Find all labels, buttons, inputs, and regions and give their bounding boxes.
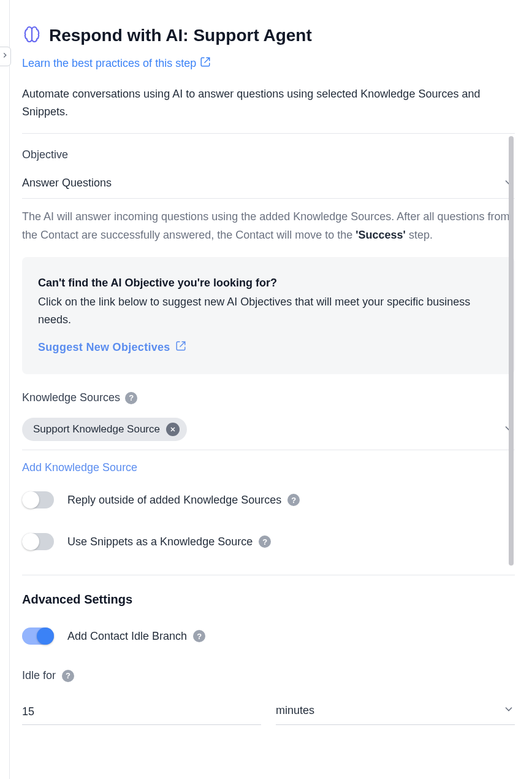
idle-for-label: Idle for bbox=[22, 669, 56, 682]
external-link-icon bbox=[175, 340, 186, 355]
chevron-down-icon bbox=[503, 703, 515, 718]
toggle-label-text: Use Snippets as a Knowledge Source bbox=[67, 535, 253, 548]
idle-unit-value: minutes bbox=[276, 704, 314, 717]
knowledge-sources-field[interactable]: Support Knowledge Source bbox=[22, 412, 515, 450]
knowledge-sources-label: Knowledge Sources ? bbox=[22, 391, 515, 404]
objective-section: Objective Answer Questions The AI will a… bbox=[22, 134, 515, 726]
suggest-box-text: Click on the link below to suggest new A… bbox=[38, 293, 499, 329]
use-snippets-toggle-row: Use Snippets as a Knowledge Source ? bbox=[22, 533, 515, 550]
objective-value: Answer Questions bbox=[22, 177, 112, 190]
chevron-right-icon bbox=[1, 51, 9, 62]
divider bbox=[22, 575, 515, 575]
header-row: Respond with AI: Support Agent bbox=[22, 25, 515, 47]
panel-description: Automate conversations using AI to answe… bbox=[22, 85, 515, 121]
idle-duration-input[interactable] bbox=[22, 699, 261, 725]
chip-label: Support Knowledge Source bbox=[33, 423, 160, 436]
helper-suffix: step. bbox=[406, 229, 433, 241]
learn-best-practices-link[interactable]: Learn the best practices of this step bbox=[22, 56, 211, 71]
help-icon[interactable]: ? bbox=[287, 494, 300, 506]
page-title: Respond with AI: Support Agent bbox=[49, 26, 312, 45]
toggle-knob bbox=[37, 627, 54, 645]
brain-icon bbox=[22, 25, 42, 47]
learn-link-text: Learn the best practices of this step bbox=[22, 57, 196, 70]
help-icon[interactable]: ? bbox=[259, 535, 271, 548]
help-icon[interactable]: ? bbox=[193, 630, 205, 642]
expand-panel-button[interactable] bbox=[0, 47, 11, 66]
helper-prefix: The AI will answer incoming questions us… bbox=[22, 210, 509, 242]
scrollbar-thumb[interactable] bbox=[509, 136, 514, 566]
reply-outside-label: Reply outside of added Knowledge Sources… bbox=[67, 494, 300, 507]
config-panel: Respond with AI: Support Agent Learn the… bbox=[10, 0, 532, 779]
objective-label: Objective bbox=[22, 148, 515, 161]
reply-outside-toggle[interactable] bbox=[22, 491, 54, 508]
suggest-objectives-box: Can't find the AI Objective you're looki… bbox=[22, 257, 515, 374]
suggest-new-objectives-link[interactable]: Suggest New Objectives bbox=[38, 340, 186, 355]
toggle-knob bbox=[22, 491, 39, 508]
idle-branch-toggle-row: Add Contact Idle Branch ? bbox=[22, 627, 515, 645]
idle-branch-toggle[interactable] bbox=[22, 627, 54, 645]
reply-outside-toggle-row: Reply outside of added Knowledge Sources… bbox=[22, 491, 515, 508]
help-icon[interactable]: ? bbox=[62, 670, 74, 682]
objective-select[interactable]: Answer Questions bbox=[22, 169, 515, 199]
external-link-icon bbox=[200, 56, 211, 71]
help-icon[interactable]: ? bbox=[125, 392, 137, 404]
idle-branch-label: Add Contact Idle Branch ? bbox=[67, 630, 205, 643]
use-snippets-toggle[interactable] bbox=[22, 533, 54, 550]
suggest-link-label: Suggest New Objectives bbox=[38, 341, 170, 354]
chip-remove-button[interactable] bbox=[166, 423, 180, 436]
advanced-settings-title: Advanced Settings bbox=[22, 593, 515, 607]
add-knowledge-source-link[interactable]: Add Knowledge Source bbox=[22, 461, 137, 474]
knowledge-label-text: Knowledge Sources bbox=[22, 391, 120, 404]
toggle-label-text: Reply outside of added Knowledge Sources bbox=[67, 494, 281, 507]
suggest-box-title: Can't find the AI Objective you're looki… bbox=[38, 277, 499, 290]
idle-for-label-row: Idle for ? bbox=[22, 669, 515, 682]
knowledge-source-chip: Support Knowledge Source bbox=[22, 418, 187, 441]
use-snippets-label: Use Snippets as a Knowledge Source ? bbox=[67, 535, 271, 548]
idle-input-row: minutes bbox=[22, 697, 515, 725]
left-edge-strip bbox=[0, 0, 10, 779]
idle-unit-select[interactable]: minutes bbox=[276, 697, 515, 725]
objective-helper-text: The AI will answer incoming questions us… bbox=[22, 207, 515, 245]
toggle-knob bbox=[22, 533, 39, 550]
helper-strong: 'Success' bbox=[355, 229, 406, 241]
toggle-label-text: Add Contact Idle Branch bbox=[67, 630, 187, 643]
